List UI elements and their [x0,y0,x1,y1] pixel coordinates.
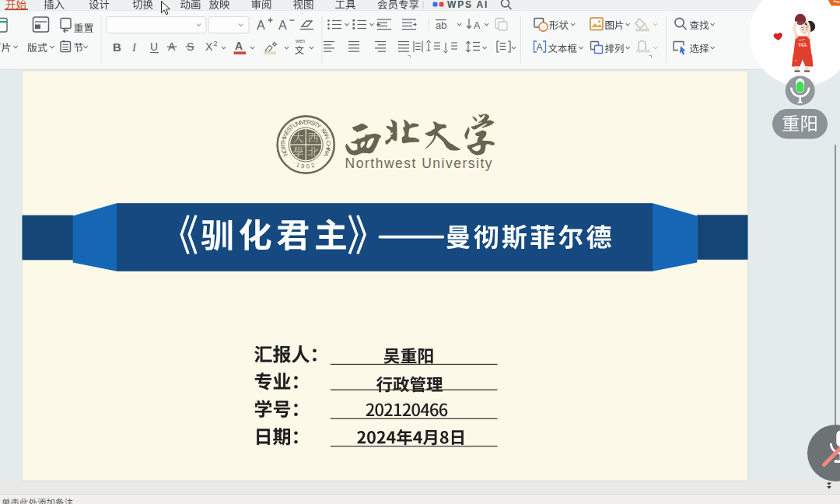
svg-text:I: I [131,41,137,54]
svg-text:wen: wen [295,38,305,44]
svg-text:A: A [537,42,544,53]
svg-text:2: 2 [214,40,218,47]
svg-text:B: B [113,40,121,54]
svg-text:A: A [235,40,243,52]
svg-text:Northwest University: Northwest University [345,156,493,171]
svg-text:ab: ab [436,19,446,31]
svg-text:WPS AI: WPS AI [447,0,488,10]
svg-text:A: A [474,20,481,31]
svg-text:TCL: TCL [798,42,807,47]
